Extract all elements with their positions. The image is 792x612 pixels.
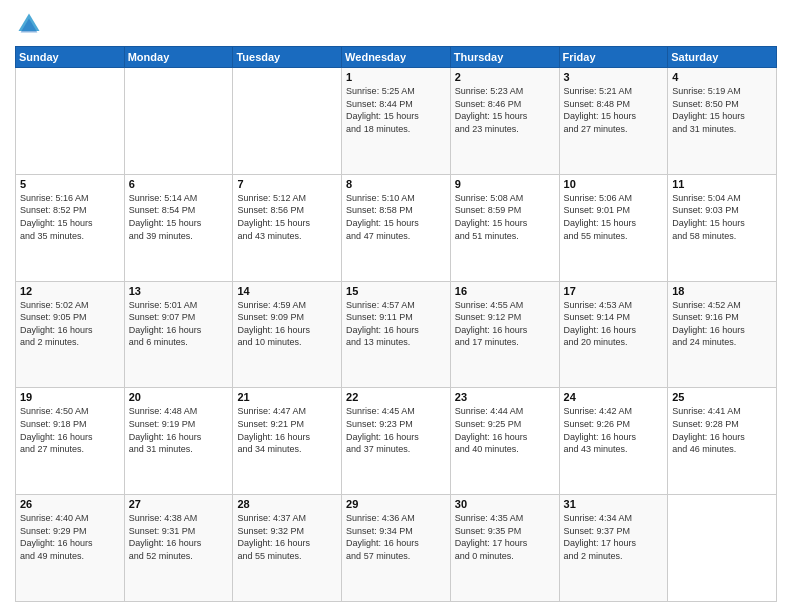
day-number: 4 bbox=[672, 71, 772, 83]
day-info: Sunrise: 4:42 AM Sunset: 9:26 PM Dayligh… bbox=[564, 405, 664, 455]
day-info: Sunrise: 5:06 AM Sunset: 9:01 PM Dayligh… bbox=[564, 192, 664, 242]
page: SundayMondayTuesdayWednesdayThursdayFrid… bbox=[0, 0, 792, 612]
day-number: 11 bbox=[672, 178, 772, 190]
day-number: 24 bbox=[564, 391, 664, 403]
day-info: Sunrise: 4:34 AM Sunset: 9:37 PM Dayligh… bbox=[564, 512, 664, 562]
day-cell: 7Sunrise: 5:12 AM Sunset: 8:56 PM Daylig… bbox=[233, 174, 342, 281]
day-cell bbox=[124, 68, 233, 175]
week-row-5: 26Sunrise: 4:40 AM Sunset: 9:29 PM Dayli… bbox=[16, 495, 777, 602]
day-cell: 16Sunrise: 4:55 AM Sunset: 9:12 PM Dayli… bbox=[450, 281, 559, 388]
week-row-3: 12Sunrise: 5:02 AM Sunset: 9:05 PM Dayli… bbox=[16, 281, 777, 388]
day-number: 16 bbox=[455, 285, 555, 297]
day-cell: 29Sunrise: 4:36 AM Sunset: 9:34 PM Dayli… bbox=[342, 495, 451, 602]
day-number: 5 bbox=[20, 178, 120, 190]
calendar-header: SundayMondayTuesdayWednesdayThursdayFrid… bbox=[16, 47, 777, 68]
day-cell: 24Sunrise: 4:42 AM Sunset: 9:26 PM Dayli… bbox=[559, 388, 668, 495]
day-info: Sunrise: 4:44 AM Sunset: 9:25 PM Dayligh… bbox=[455, 405, 555, 455]
day-number: 31 bbox=[564, 498, 664, 510]
day-cell: 12Sunrise: 5:02 AM Sunset: 9:05 PM Dayli… bbox=[16, 281, 125, 388]
day-cell: 21Sunrise: 4:47 AM Sunset: 9:21 PM Dayli… bbox=[233, 388, 342, 495]
calendar: SundayMondayTuesdayWednesdayThursdayFrid… bbox=[15, 46, 777, 602]
day-number: 1 bbox=[346, 71, 446, 83]
day-number: 22 bbox=[346, 391, 446, 403]
day-info: Sunrise: 5:14 AM Sunset: 8:54 PM Dayligh… bbox=[129, 192, 229, 242]
day-number: 20 bbox=[129, 391, 229, 403]
day-cell: 19Sunrise: 4:50 AM Sunset: 9:18 PM Dayli… bbox=[16, 388, 125, 495]
day-info: Sunrise: 5:21 AM Sunset: 8:48 PM Dayligh… bbox=[564, 85, 664, 135]
day-info: Sunrise: 5:02 AM Sunset: 9:05 PM Dayligh… bbox=[20, 299, 120, 349]
day-info: Sunrise: 4:48 AM Sunset: 9:19 PM Dayligh… bbox=[129, 405, 229, 455]
day-number: 25 bbox=[672, 391, 772, 403]
day-number: 21 bbox=[237, 391, 337, 403]
weekday-header-tuesday: Tuesday bbox=[233, 47, 342, 68]
day-info: Sunrise: 4:36 AM Sunset: 9:34 PM Dayligh… bbox=[346, 512, 446, 562]
day-number: 26 bbox=[20, 498, 120, 510]
day-info: Sunrise: 4:55 AM Sunset: 9:12 PM Dayligh… bbox=[455, 299, 555, 349]
logo-icon bbox=[15, 10, 43, 38]
weekday-header-monday: Monday bbox=[124, 47, 233, 68]
day-info: Sunrise: 4:45 AM Sunset: 9:23 PM Dayligh… bbox=[346, 405, 446, 455]
calendar-body: 1Sunrise: 5:25 AM Sunset: 8:44 PM Daylig… bbox=[16, 68, 777, 602]
day-number: 18 bbox=[672, 285, 772, 297]
day-info: Sunrise: 4:50 AM Sunset: 9:18 PM Dayligh… bbox=[20, 405, 120, 455]
weekday-row: SundayMondayTuesdayWednesdayThursdayFrid… bbox=[16, 47, 777, 68]
day-number: 9 bbox=[455, 178, 555, 190]
day-cell: 18Sunrise: 4:52 AM Sunset: 9:16 PM Dayli… bbox=[668, 281, 777, 388]
day-info: Sunrise: 5:23 AM Sunset: 8:46 PM Dayligh… bbox=[455, 85, 555, 135]
day-info: Sunrise: 4:41 AM Sunset: 9:28 PM Dayligh… bbox=[672, 405, 772, 455]
day-info: Sunrise: 5:01 AM Sunset: 9:07 PM Dayligh… bbox=[129, 299, 229, 349]
day-info: Sunrise: 4:40 AM Sunset: 9:29 PM Dayligh… bbox=[20, 512, 120, 562]
day-cell bbox=[16, 68, 125, 175]
day-cell: 1Sunrise: 5:25 AM Sunset: 8:44 PM Daylig… bbox=[342, 68, 451, 175]
day-number: 7 bbox=[237, 178, 337, 190]
week-row-2: 5Sunrise: 5:16 AM Sunset: 8:52 PM Daylig… bbox=[16, 174, 777, 281]
day-info: Sunrise: 4:57 AM Sunset: 9:11 PM Dayligh… bbox=[346, 299, 446, 349]
day-info: Sunrise: 4:59 AM Sunset: 9:09 PM Dayligh… bbox=[237, 299, 337, 349]
day-info: Sunrise: 5:16 AM Sunset: 8:52 PM Dayligh… bbox=[20, 192, 120, 242]
day-number: 30 bbox=[455, 498, 555, 510]
day-number: 2 bbox=[455, 71, 555, 83]
day-cell: 8Sunrise: 5:10 AM Sunset: 8:58 PM Daylig… bbox=[342, 174, 451, 281]
day-cell: 9Sunrise: 5:08 AM Sunset: 8:59 PM Daylig… bbox=[450, 174, 559, 281]
weekday-header-sunday: Sunday bbox=[16, 47, 125, 68]
day-number: 6 bbox=[129, 178, 229, 190]
day-number: 13 bbox=[129, 285, 229, 297]
day-info: Sunrise: 4:52 AM Sunset: 9:16 PM Dayligh… bbox=[672, 299, 772, 349]
day-number: 29 bbox=[346, 498, 446, 510]
day-info: Sunrise: 5:19 AM Sunset: 8:50 PM Dayligh… bbox=[672, 85, 772, 135]
day-number: 10 bbox=[564, 178, 664, 190]
day-cell: 11Sunrise: 5:04 AM Sunset: 9:03 PM Dayli… bbox=[668, 174, 777, 281]
day-cell: 13Sunrise: 5:01 AM Sunset: 9:07 PM Dayli… bbox=[124, 281, 233, 388]
day-cell: 27Sunrise: 4:38 AM Sunset: 9:31 PM Dayli… bbox=[124, 495, 233, 602]
day-cell: 15Sunrise: 4:57 AM Sunset: 9:11 PM Dayli… bbox=[342, 281, 451, 388]
day-cell bbox=[233, 68, 342, 175]
day-info: Sunrise: 4:38 AM Sunset: 9:31 PM Dayligh… bbox=[129, 512, 229, 562]
weekday-header-wednesday: Wednesday bbox=[342, 47, 451, 68]
day-cell: 10Sunrise: 5:06 AM Sunset: 9:01 PM Dayli… bbox=[559, 174, 668, 281]
day-info: Sunrise: 5:08 AM Sunset: 8:59 PM Dayligh… bbox=[455, 192, 555, 242]
day-cell: 3Sunrise: 5:21 AM Sunset: 8:48 PM Daylig… bbox=[559, 68, 668, 175]
header bbox=[15, 10, 777, 38]
day-number: 19 bbox=[20, 391, 120, 403]
week-row-4: 19Sunrise: 4:50 AM Sunset: 9:18 PM Dayli… bbox=[16, 388, 777, 495]
day-number: 28 bbox=[237, 498, 337, 510]
day-cell bbox=[668, 495, 777, 602]
day-number: 27 bbox=[129, 498, 229, 510]
day-cell: 6Sunrise: 5:14 AM Sunset: 8:54 PM Daylig… bbox=[124, 174, 233, 281]
day-cell: 28Sunrise: 4:37 AM Sunset: 9:32 PM Dayli… bbox=[233, 495, 342, 602]
weekday-header-friday: Friday bbox=[559, 47, 668, 68]
day-cell: 17Sunrise: 4:53 AM Sunset: 9:14 PM Dayli… bbox=[559, 281, 668, 388]
day-info: Sunrise: 5:10 AM Sunset: 8:58 PM Dayligh… bbox=[346, 192, 446, 242]
day-number: 8 bbox=[346, 178, 446, 190]
week-row-1: 1Sunrise: 5:25 AM Sunset: 8:44 PM Daylig… bbox=[16, 68, 777, 175]
day-cell: 20Sunrise: 4:48 AM Sunset: 9:19 PM Dayli… bbox=[124, 388, 233, 495]
day-info: Sunrise: 4:47 AM Sunset: 9:21 PM Dayligh… bbox=[237, 405, 337, 455]
day-cell: 2Sunrise: 5:23 AM Sunset: 8:46 PM Daylig… bbox=[450, 68, 559, 175]
day-info: Sunrise: 5:12 AM Sunset: 8:56 PM Dayligh… bbox=[237, 192, 337, 242]
weekday-header-thursday: Thursday bbox=[450, 47, 559, 68]
day-info: Sunrise: 5:04 AM Sunset: 9:03 PM Dayligh… bbox=[672, 192, 772, 242]
day-cell: 22Sunrise: 4:45 AM Sunset: 9:23 PM Dayli… bbox=[342, 388, 451, 495]
day-number: 17 bbox=[564, 285, 664, 297]
day-info: Sunrise: 5:25 AM Sunset: 8:44 PM Dayligh… bbox=[346, 85, 446, 135]
day-number: 23 bbox=[455, 391, 555, 403]
